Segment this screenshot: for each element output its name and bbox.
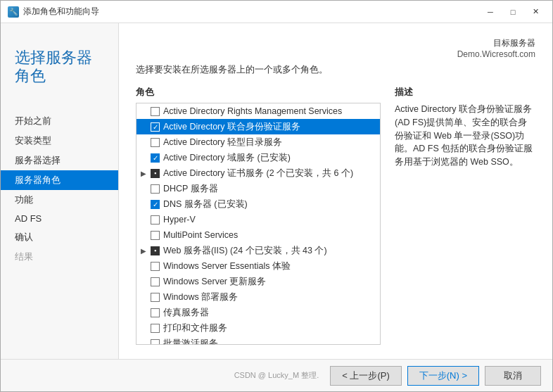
back-button[interactable]: < 上一步(P): [330, 366, 402, 386]
sidebar-item-adfs[interactable]: AD FS: [1, 210, 118, 227]
expand-arrow: [141, 216, 151, 224]
role-label: Active Directory 轻型目录服务: [163, 137, 282, 148]
role-checkbox[interactable]: [151, 231, 160, 240]
role-item[interactable]: 打印和文件服务: [136, 320, 380, 336]
expand-arrow: [141, 309, 151, 317]
role-label: Windows Server Essentials 体验: [163, 260, 291, 272]
role-label: Windows Server 更新服务: [163, 276, 266, 288]
sidebar-item-confirm[interactable]: 确认: [1, 227, 118, 247]
title-bar-left: 🔧 添加角色和功能向导: [8, 6, 99, 18]
sidebar-item-before-start[interactable]: 开始之前: [1, 111, 118, 131]
role-item[interactable]: ▶ ▪ Web 服务器(IIS) (24 个已安装，共 43 个): [136, 243, 380, 258]
next-button[interactable]: 下一步(N) >: [407, 366, 479, 386]
description-section: 描述 Active Directory 联合身份验证服务 (AD FS)提供简单…: [395, 86, 535, 345]
expand-arrow: [141, 232, 151, 239]
expand-arrow: ▶: [141, 247, 151, 255]
page-title: 选择服务器角色: [15, 49, 104, 86]
expand-arrow: [141, 293, 151, 301]
sidebar: 选择服务器角色 开始之前 安装类型 服务器选择 服务器角色 功能 AD FS 确…: [1, 23, 119, 359]
role-item[interactable]: ▶ ▪ Active Directory 证书服务 (2 个已安装，共 6 个): [136, 165, 380, 181]
watermark-text: CSDN @ Lucky_M 整理.: [234, 370, 319, 381]
cancel-button[interactable]: 取消: [485, 366, 541, 386]
role-checkbox[interactable]: [151, 277, 160, 286]
close-button[interactable]: ✕: [526, 5, 545, 19]
role-item-wse[interactable]: Windows Server Essentials 体验: [136, 258, 380, 274]
role-label: 打印和文件服务: [163, 322, 227, 334]
expand-arrow: [141, 185, 151, 193]
role-checkbox[interactable]: ▪: [151, 246, 160, 255]
role-checkbox[interactable]: [151, 324, 160, 333]
maximize-button[interactable]: □: [503, 5, 523, 19]
expand-arrow: [141, 154, 151, 162]
expand-arrow: [141, 324, 151, 332]
role-item[interactable]: ✓ Active Directory 域服务 (已安装): [136, 150, 380, 165]
role-label: Active Directory Rights Management Servi…: [163, 106, 342, 116]
title-bar: 🔧 添加角色和功能向导 ─ □ ✕: [1, 1, 552, 23]
role-item[interactable]: Active Directory Rights Management Servi…: [136, 103, 380, 119]
role-label: MultiPoint Services: [163, 230, 238, 240]
main-description: 选择要安装在所选服务器上的一个或多个角色。: [136, 63, 535, 76]
role-checkbox[interactable]: [151, 184, 160, 194]
target-server-label: 目标服务器: [457, 37, 535, 49]
role-label: Hyper-V: [163, 215, 196, 225]
expand-arrow: [141, 278, 151, 286]
role-checkbox[interactable]: [151, 308, 160, 317]
minimize-button[interactable]: ─: [481, 5, 500, 19]
role-item[interactable]: 传真服务器: [136, 305, 380, 320]
role-label: Active Directory 联合身份验证服务: [163, 121, 300, 133]
role-checkbox[interactable]: [151, 138, 160, 147]
sidebar-item-features[interactable]: 功能: [1, 190, 118, 210]
page-title-section: 选择服务器角色: [1, 37, 118, 106]
footer: CSDN @ Lucky_M 整理. < 上一步(P) 下一步(N) > 取消: [1, 359, 552, 391]
role-checkbox[interactable]: ✓: [151, 200, 160, 209]
role-checkbox[interactable]: ✓: [151, 122, 160, 132]
expand-arrow: [141, 340, 151, 346]
role-item[interactable]: DHCP 服务器: [136, 181, 380, 196]
role-checkbox[interactable]: [151, 215, 160, 225]
roles-list[interactable]: Active Directory Rights Management Servi…: [136, 103, 381, 345]
role-checkbox[interactable]: [151, 339, 160, 346]
role-item[interactable]: Hyper-V: [136, 212, 380, 227]
role-label: DHCP 服务器: [163, 183, 218, 195]
expand-arrow: [141, 201, 151, 208]
main-panel: 目标服务器 Demo.Wicresoft.com 选择要安装在所选服务器上的一个…: [119, 23, 552, 359]
description-label: 描述: [395, 86, 535, 99]
role-item[interactable]: Active Directory 轻型目录服务: [136, 134, 380, 150]
window-title: 添加角色和功能向导: [23, 6, 99, 18]
roles-label: 角色: [136, 86, 381, 99]
columns-container: 角色 Active Directory Rights Management Se…: [136, 86, 535, 345]
expand-arrow: [141, 123, 151, 131]
role-item[interactable]: ✓ DNS 服务器 (已安装): [136, 196, 380, 212]
role-checkbox[interactable]: ▪: [151, 169, 160, 178]
role-item[interactable]: 批量激活服务: [136, 336, 380, 345]
role-label: Active Directory 域服务 (已安装): [163, 152, 291, 164]
role-label: 批量激活服务: [163, 338, 218, 346]
role-item-adfs[interactable]: ✓ Active Directory 联合身份验证服务: [136, 119, 380, 134]
role-item[interactable]: Windows 部署服务: [136, 289, 380, 305]
main-window: 🔧 添加角色和功能向导 ─ □ ✕ 选择服务器角色 开始之前 安装类型 服务器选…: [0, 0, 553, 392]
target-server-info: 目标服务器 Demo.Wicresoft.com: [457, 37, 535, 59]
main-header: 目标服务器 Demo.Wicresoft.com: [136, 37, 535, 59]
expand-arrow: [141, 108, 151, 115]
roles-section: 角色 Active Directory Rights Management Se…: [136, 86, 381, 345]
sidebar-item-server-roles[interactable]: 服务器角色: [1, 170, 118, 190]
title-controls: ─ □ ✕: [481, 5, 545, 19]
sidebar-item-server-select[interactable]: 服务器选择: [1, 151, 118, 170]
content-area: 选择服务器角色 开始之前 安装类型 服务器选择 服务器角色 功能 AD FS 确…: [1, 23, 552, 359]
role-label: Active Directory 证书服务 (2 个已安装，共 6 个): [163, 167, 353, 179]
role-item[interactable]: MultiPoint Services: [136, 227, 380, 243]
expand-arrow: [141, 139, 151, 146]
role-checkbox[interactable]: [151, 262, 160, 271]
role-label: 传真服务器: [163, 307, 209, 319]
role-label: Web 服务器(IIS) (24 个已安装，共 43 个): [163, 245, 327, 257]
role-checkbox[interactable]: [151, 293, 160, 302]
role-item[interactable]: Windows Server 更新服务: [136, 274, 380, 289]
sidebar-item-results: 结果: [1, 247, 118, 267]
description-content: Active Directory 联合身份验证服务 (AD FS)提供简单、安全…: [395, 103, 535, 169]
role-label: DNS 服务器 (已安装): [163, 198, 248, 210]
sidebar-item-install-type[interactable]: 安装类型: [1, 131, 118, 151]
app-icon: 🔧: [8, 6, 19, 18]
role-checkbox[interactable]: ✓: [151, 153, 160, 163]
role-checkbox[interactable]: [151, 107, 160, 116]
role-label: Windows 部署服务: [163, 291, 238, 303]
